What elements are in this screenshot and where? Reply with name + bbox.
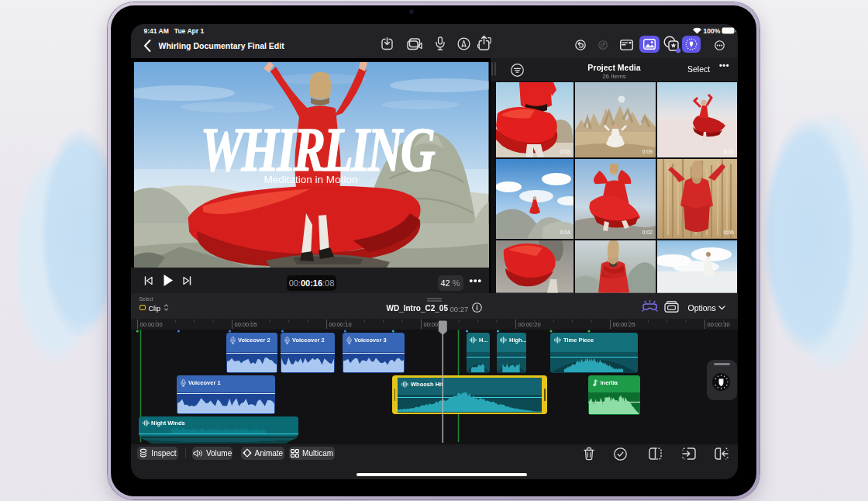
svg-text:0:03: 0:03 bbox=[560, 149, 570, 154]
svg-text:0:09: 0:09 bbox=[642, 149, 653, 154]
svg-text:00:00:25: 00:00:25 bbox=[612, 321, 635, 328]
svg-text:0:04: 0:04 bbox=[560, 230, 570, 235]
svg-text:0:06: 0:06 bbox=[723, 230, 734, 235]
svg-text:00:00:05: 00:00:05 bbox=[234, 321, 257, 328]
svg-text:Meditation in Motion: Meditation in Motion bbox=[264, 173, 358, 185]
svg-text:00:00:20: 00:00:20 bbox=[518, 321, 540, 328]
svg-text:00:00:00: 00:00:00 bbox=[140, 321, 162, 328]
svg-text:0:10: 0:10 bbox=[723, 149, 734, 154]
svg-text:00:00:30: 00:00:30 bbox=[707, 321, 729, 328]
svg-text:0:02: 0:02 bbox=[642, 230, 653, 235]
svg-text:00:00:10: 00:00:10 bbox=[329, 321, 351, 328]
